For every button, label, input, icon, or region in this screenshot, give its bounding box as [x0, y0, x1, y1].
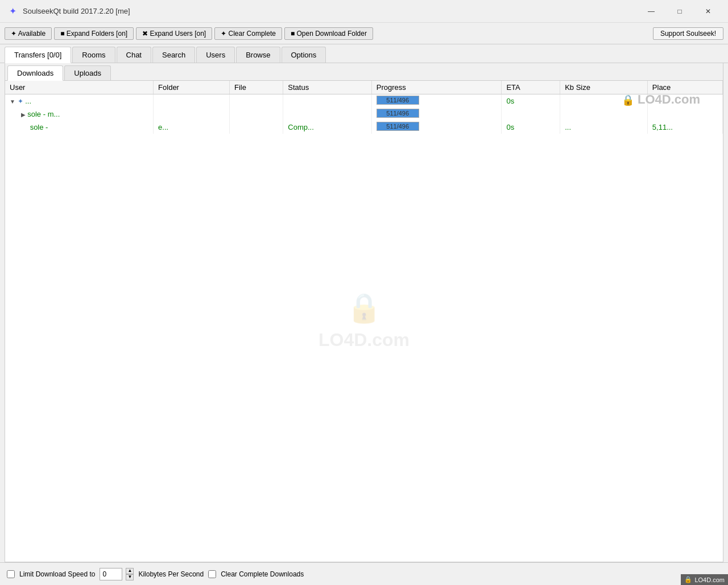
progress-bar: 511/496 [377, 96, 419, 105]
progress-text: 511/496 [377, 122, 419, 130]
progress-bar: 511/496 [377, 122, 419, 131]
row-file [229, 94, 283, 108]
row-user-text: sole - m... [27, 110, 60, 118]
titlebar-controls: — □ ✕ [638, 3, 721, 19]
tab-search[interactable]: Search [152, 47, 195, 63]
speed-up-button[interactable]: ▲ [126, 568, 134, 574]
row-kbsize [560, 94, 648, 108]
row-status [283, 108, 371, 121]
sub-tabs: Downloads Uploads [5, 63, 723, 81]
expand-arrow[interactable]: ▶ [21, 112, 26, 118]
row-progress: 511/496 [371, 94, 502, 108]
maximize-button[interactable]: □ [667, 3, 693, 19]
col-kbsize: Kb Size [560, 81, 648, 94]
row-file [229, 108, 283, 121]
tab-browse[interactable]: Browse [236, 47, 280, 63]
row-user: ▼ ✦ ... [5, 94, 154, 108]
col-status: Status [283, 81, 371, 94]
tab-options[interactable]: Options [282, 47, 326, 63]
expand-arrow[interactable]: ▼ [10, 98, 15, 105]
row-eta [502, 108, 560, 121]
row-status: Comp... [283, 121, 371, 134]
expand-users-button[interactable]: ✖ Expand Users [on] [136, 27, 212, 40]
row-folder: e... [154, 121, 230, 134]
close-button[interactable]: ✕ [695, 3, 721, 19]
app-title: SoulseekQt build 2017.2.20 [me] [23, 7, 130, 15]
available-button[interactable]: ✦ Available [5, 27, 52, 40]
content-area: Downloads Uploads 🔒 LO4D.com 🔒 LO4D.com … [5, 63, 723, 562]
table-row[interactable]: sole - e... Comp... 511/496 0s ... 5,11.… [5, 121, 723, 134]
col-file: File [229, 81, 283, 94]
main-tabs: Transfers [0/0] Rooms Chat Search Users … [0, 44, 728, 63]
table-row[interactable]: ▼ ✦ ... 511/496 0s [5, 94, 723, 108]
col-user: User [5, 81, 154, 94]
speed-down-button[interactable]: ▼ [126, 574, 134, 580]
col-place: Place [647, 81, 722, 94]
row-kbsize [560, 108, 648, 121]
lo4d-icon: 🔒 [684, 576, 692, 583]
titlebar: ✦ SoulseekQt build 2017.2.20 [me] — □ ✕ [0, 0, 728, 23]
clear-complete-checkbox[interactable] [208, 570, 216, 578]
support-button[interactable]: Support Soulseek! [653, 27, 723, 40]
watermark-center: 🔒 LO4D.com [318, 291, 410, 352]
row-progress: 511/496 [371, 108, 502, 121]
col-folder: Folder [154, 81, 230, 94]
row-user-text: sole - [30, 123, 48, 131]
row-eta: 0s [502, 121, 560, 134]
tab-chat[interactable]: Chat [117, 47, 151, 63]
table-area: 🔒 LO4D.com 🔒 LO4D.com User Folder File S… [5, 81, 723, 562]
speed-input[interactable] [100, 568, 122, 580]
lo4d-text: LO4D.com [694, 576, 725, 583]
row-place [647, 94, 722, 108]
row-file [229, 121, 283, 134]
titlebar-left: ✦ SoulseekQt build 2017.2.20 [me] [7, 6, 130, 17]
tab-transfers[interactable]: Transfers [0/0] [5, 47, 71, 63]
tab-rooms[interactable]: Rooms [72, 47, 115, 63]
row-folder [154, 108, 230, 121]
row-user-text: ... [25, 97, 31, 105]
bottom-bar: Limit Download Speed to ▲ ▼ Kilobytes Pe… [0, 562, 728, 585]
row-user: sole - [5, 121, 154, 134]
clear-complete-label: Clear Complete Downloads [221, 570, 304, 578]
row-progress: 511/496 [371, 121, 502, 134]
row-place: 5,11... [647, 121, 722, 134]
row-kbsize: ... [560, 121, 648, 134]
lo4d-badge: 🔒 LO4D.com [681, 574, 728, 585]
row-place [647, 108, 722, 121]
tab-users[interactable]: Users [196, 47, 235, 63]
tab-downloads[interactable]: Downloads [7, 65, 63, 81]
open-download-folder-button[interactable]: ■ Open Download Folder [284, 27, 373, 40]
table-row[interactable]: ▶ sole - m... 511/496 [5, 108, 723, 121]
col-progress: Progress [371, 81, 502, 94]
limit-speed-checkbox[interactable] [7, 570, 15, 578]
downloads-table: User Folder File Status Progress ETA Kb … [5, 81, 723, 134]
minimize-button[interactable]: — [638, 3, 664, 19]
kbps-label: Kilobytes Per Second [138, 570, 204, 578]
progress-text: 511/496 [377, 109, 419, 117]
app-icon: ✦ [7, 6, 18, 17]
col-eta: ETA [502, 81, 560, 94]
speed-spinner: ▲ ▼ [126, 568, 134, 580]
progress-bar: 511/496 [377, 109, 419, 118]
clear-complete-button[interactable]: ✦ Clear Complete [214, 27, 282, 40]
row-eta: 0s [502, 94, 560, 108]
download-icon: ✦ [18, 97, 23, 105]
limit-speed-label: Limit Download Speed to [19, 570, 95, 578]
progress-text: 511/496 [377, 96, 419, 104]
row-status [283, 94, 371, 108]
toolbar: ✦ Available ■ Expand Folders [on] ✖ Expa… [0, 23, 728, 44]
expand-folders-button[interactable]: ■ Expand Folders [on] [54, 27, 134, 40]
row-folder [154, 94, 230, 108]
tab-uploads[interactable]: Uploads [64, 65, 111, 80]
row-user: ▶ sole - m... [5, 108, 154, 121]
